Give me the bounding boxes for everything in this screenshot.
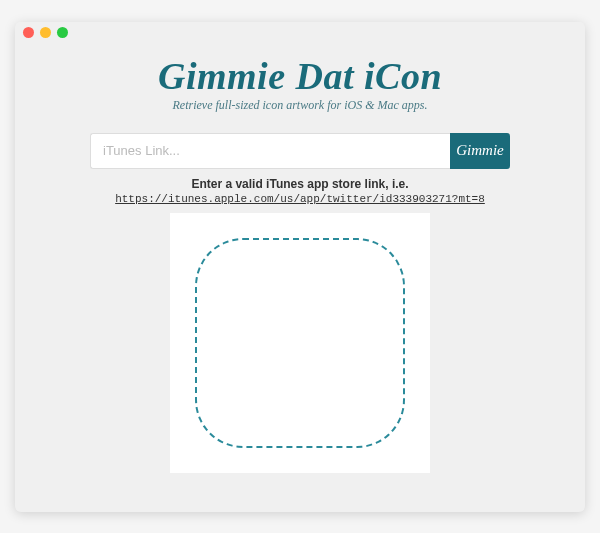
itunes-link-input[interactable] xyxy=(90,133,450,169)
app-window: Gimmie Dat iCon Retrieve full-sized icon… xyxy=(15,22,585,512)
main-content: Gimmie Dat iCon Retrieve full-sized icon… xyxy=(15,44,585,512)
maximize-icon[interactable] xyxy=(57,27,68,38)
app-title: Gimmie Dat iCon xyxy=(158,54,442,98)
minimize-icon[interactable] xyxy=(40,27,51,38)
example-link[interactable]: https://itunes.apple.com/us/app/twitter/… xyxy=(115,193,485,205)
gimmie-button[interactable]: Gimmie xyxy=(450,133,510,169)
titlebar xyxy=(15,22,585,44)
app-subtitle: Retrieve full-sized icon artwork for iOS… xyxy=(173,98,428,113)
hint-text: Enter a valid iTunes app store link, i.e… xyxy=(191,177,408,191)
icon-placeholder xyxy=(195,238,405,448)
close-icon[interactable] xyxy=(23,27,34,38)
icon-preview-area xyxy=(170,213,430,473)
search-row: Gimmie xyxy=(90,133,510,169)
